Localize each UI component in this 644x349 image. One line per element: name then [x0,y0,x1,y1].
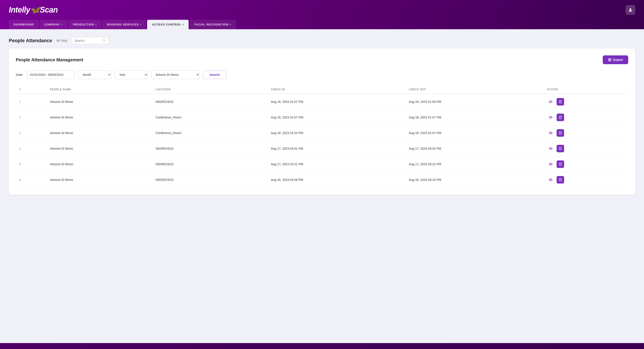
date-input[interactable] [26,71,75,79]
cell-location: INGRESSO2 [152,94,268,110]
table-row: 3 Antonio Di Ninno Conference_Room Aug 1… [16,125,628,141]
card-title: People Attendance Management [16,57,83,62]
cell-checkout: Aug 16, 2023 04:10 PM [405,172,544,188]
document-button[interactable] [556,129,564,137]
cell-checkout: Aug 18, 2023 01:07 PM [405,125,544,141]
user-avatar[interactable] [626,5,635,15]
nav-item-facial-recognition[interactable]: FACIAL RECOGNITION ▾ [190,20,236,29]
chevron-down-icon: ▾ [140,23,142,26]
cell-location: INGRESSO2 [152,156,268,172]
cell-checkin: Aug 17, 2023 04:01 PM [268,141,406,156]
nav-item-booking-services[interactable]: BOOKING SERVICES ▾ [102,20,146,29]
svg-point-1 [103,39,105,41]
cell-name: Antonio Di Ninno [46,94,152,110]
document-button[interactable] [556,98,564,106]
view-button[interactable] [547,98,554,106]
cell-num: 4 [16,141,46,156]
page-search-box[interactable] [72,37,108,44]
month-select[interactable]: Month January February March April May J… [78,70,111,79]
nav-label-facial-recognition: FACIAL RECOGNITION [194,23,228,26]
search-icon [102,39,106,43]
cell-checkin: Aug 18, 2023 01:07 PM [268,94,406,110]
cell-location: INGRESSO2 [152,172,268,188]
nav-item-access-control[interactable]: ACCESS CONTROL ▾ [147,20,188,29]
cell-checkout: Aug 17, 2023 03:22 PM [405,156,544,172]
view-button[interactable] [547,160,554,168]
cell-location: Conference_Room [152,125,268,141]
document-button[interactable] [556,160,564,168]
col-name: PEOPLE NAME [46,85,152,94]
cell-action [544,110,628,125]
svg-rect-6 [610,60,611,61]
view-button[interactable] [547,145,554,152]
page-content: People Attendance 68 Total People Attend… [0,29,644,343]
attendance-table: # PEOPLE NAME LOCATION CHECK IN CHECK OU… [16,85,628,188]
page-header: People Attendance 68 Total [9,34,635,48]
view-button[interactable] [547,129,554,137]
nav-label-company: COMPANY [44,23,60,26]
cell-location: Conference_Room [152,110,268,125]
svg-point-7 [549,101,552,103]
document-button[interactable] [556,176,564,184]
col-num: # [16,85,46,94]
nav-item-production[interactable]: PRODUCTION ▾ [68,20,102,29]
svg-point-31 [549,163,552,165]
chevron-down-icon: ▾ [230,23,231,26]
cell-action [544,172,628,188]
cell-action [544,141,628,156]
nav-item-company[interactable]: COMPANY ▾ [40,20,68,29]
main-card: People Attendance Management Export Date… [9,48,635,195]
svg-point-26 [550,148,551,149]
table-row: 6 Antonio Di Ninno INGRESSO2 Aug 16, 202… [16,172,628,188]
cell-name: Antonio Di Ninno [46,141,152,156]
header: Intelly🦋Scan [0,0,644,20]
cell-checkin: Aug 18, 2023 01:07 PM [268,110,406,125]
svg-point-14 [550,117,551,118]
cell-num: 2 [16,110,46,125]
cell-checkout: Aug 18, 2023 01:07 PM [405,110,544,125]
export-button[interactable]: Export [603,55,628,64]
export-label: Export [613,58,623,62]
nav-label-booking-services: BOOKING SERVICES [107,23,139,26]
svg-point-38 [550,179,551,180]
cell-num: 6 [16,172,46,188]
cell-name: Antonio Di Ninno [46,125,152,141]
card-header: People Attendance Management Export [16,55,628,64]
svg-rect-4 [610,59,611,60]
document-button[interactable] [556,145,564,152]
cell-name: Antonio Di Ninno [46,172,152,188]
nav-label-dashboard: DASHBOARD [14,23,34,26]
view-button[interactable] [547,114,554,121]
cell-checkout: Aug 18, 2023 01:09 PM [405,94,544,110]
total-badge: 68 Total [56,39,67,43]
cell-checkin: Aug 17, 2023 03:21 PM [268,156,406,172]
logo: Intelly🦋Scan [9,5,58,15]
main-nav: DASHBOARD COMPANY ▾ PRODUCTION ▾ BOOKING… [0,20,644,29]
table-row: 1 Antonio Di Ninno INGRESSO2 Aug 18, 202… [16,94,628,110]
cell-checkout: Aug 17, 2023 04:02 PM [405,141,544,156]
year-select[interactable]: Year 2020 2021 2022 2023 2024 [115,70,148,79]
cell-action [544,156,628,172]
document-button[interactable] [556,114,564,121]
cell-num: 1 [16,94,46,110]
cell-location: INGRESSO2 [152,141,268,156]
table-row: 4 Antonio Di Ninno INGRESSO2 Aug 17, 202… [16,141,628,156]
svg-point-0 [630,8,631,10]
svg-point-19 [549,132,552,134]
svg-rect-5 [608,60,610,61]
cell-action [544,125,628,141]
col-checkin: CHECK IN [268,85,406,94]
cell-checkin: Aug 18, 2023 01:03 PM [268,125,406,141]
chevron-down-icon: ▾ [61,23,62,26]
col-action: ACTION [544,85,628,94]
nav-label-access-control: ACCESS CONTROL [152,23,181,26]
page-search-input[interactable] [74,39,101,43]
svg-point-20 [550,133,551,134]
view-button[interactable] [547,176,554,184]
search-button[interactable]: Search [203,71,226,79]
svg-point-13 [549,117,552,118]
date-label: Date: [16,73,23,77]
person-select[interactable]: Antonio Di Ninno [151,70,200,79]
nav-item-dashboard[interactable]: DASHBOARD [9,20,39,29]
page-title: People Attendance [9,38,52,44]
